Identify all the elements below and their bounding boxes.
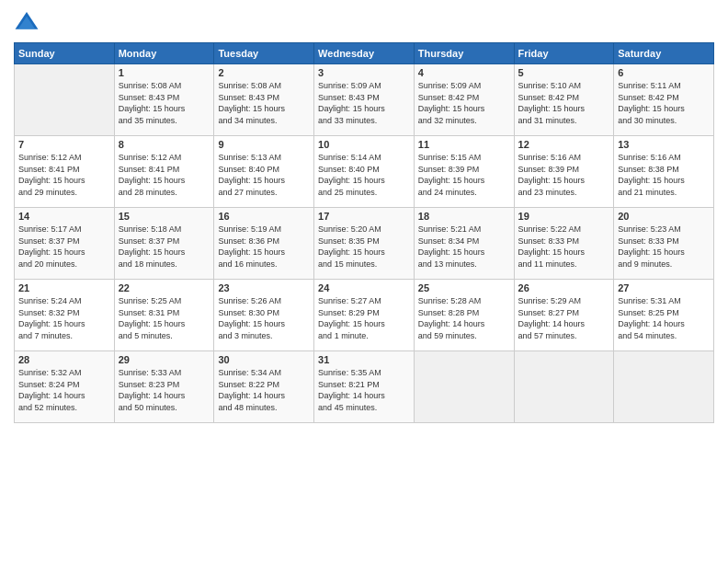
calendar-cell xyxy=(514,351,614,423)
calendar-cell: 2Sunrise: 5:08 AM Sunset: 8:43 PM Daylig… xyxy=(214,64,314,136)
calendar-cell: 1Sunrise: 5:08 AM Sunset: 8:43 PM Daylig… xyxy=(114,64,214,136)
day-info: Sunrise: 5:08 AM Sunset: 8:43 PM Dayligh… xyxy=(119,80,210,126)
day-number: 2 xyxy=(218,67,310,78)
calendar-cell: 12Sunrise: 5:16 AM Sunset: 8:39 PM Dayli… xyxy=(514,136,614,208)
day-header-sunday: Sunday xyxy=(15,43,115,64)
day-info: Sunrise: 5:24 AM Sunset: 8:32 PM Dayligh… xyxy=(18,295,110,341)
calendar-cell: 22Sunrise: 5:25 AM Sunset: 8:31 PM Dayli… xyxy=(114,280,214,351)
day-info: Sunrise: 5:16 AM Sunset: 8:39 PM Dayligh… xyxy=(518,152,610,198)
day-number: 29 xyxy=(119,354,210,365)
day-info: Sunrise: 5:09 AM Sunset: 8:43 PM Dayligh… xyxy=(318,80,410,126)
calendar-cell xyxy=(414,351,514,423)
week-row-5: 28Sunrise: 5:32 AM Sunset: 8:24 PM Dayli… xyxy=(15,351,714,423)
day-number: 27 xyxy=(618,282,710,293)
calendar-cell: 30Sunrise: 5:34 AM Sunset: 8:22 PM Dayli… xyxy=(214,351,314,423)
calendar-cell xyxy=(614,351,714,423)
calendar-cell: 17Sunrise: 5:20 AM Sunset: 8:35 PM Dayli… xyxy=(314,208,415,280)
calendar-cell: 8Sunrise: 5:12 AM Sunset: 8:41 PM Daylig… xyxy=(114,136,214,208)
calendar-cell: 25Sunrise: 5:28 AM Sunset: 8:28 PM Dayli… xyxy=(414,280,514,351)
day-info: Sunrise: 5:12 AM Sunset: 8:41 PM Dayligh… xyxy=(18,152,110,198)
day-info: Sunrise: 5:32 AM Sunset: 8:24 PM Dayligh… xyxy=(18,367,110,413)
day-number: 11 xyxy=(418,139,510,150)
calendar-cell: 11Sunrise: 5:15 AM Sunset: 8:39 PM Dayli… xyxy=(414,136,514,208)
day-header-wednesday: Wednesday xyxy=(314,43,415,64)
day-info: Sunrise: 5:35 AM Sunset: 8:21 PM Dayligh… xyxy=(318,367,410,413)
calendar-cell: 26Sunrise: 5:29 AM Sunset: 8:27 PM Dayli… xyxy=(514,280,614,351)
day-info: Sunrise: 5:09 AM Sunset: 8:42 PM Dayligh… xyxy=(418,80,510,126)
logo xyxy=(14,9,43,35)
week-row-3: 14Sunrise: 5:17 AM Sunset: 8:37 PM Dayli… xyxy=(15,208,714,280)
calendar-cell: 7Sunrise: 5:12 AM Sunset: 8:41 PM Daylig… xyxy=(15,136,115,208)
calendar-cell: 13Sunrise: 5:16 AM Sunset: 8:38 PM Dayli… xyxy=(614,136,714,208)
calendar-cell: 31Sunrise: 5:35 AM Sunset: 8:21 PM Dayli… xyxy=(314,351,415,423)
day-info: Sunrise: 5:18 AM Sunset: 8:37 PM Dayligh… xyxy=(119,224,210,270)
day-info: Sunrise: 5:08 AM Sunset: 8:43 PM Dayligh… xyxy=(218,80,310,126)
calendar-cell: 6Sunrise: 5:11 AM Sunset: 8:42 PM Daylig… xyxy=(614,64,714,136)
day-info: Sunrise: 5:12 AM Sunset: 8:41 PM Dayligh… xyxy=(119,152,210,198)
day-info: Sunrise: 5:10 AM Sunset: 8:42 PM Dayligh… xyxy=(518,80,610,126)
calendar-cell: 23Sunrise: 5:26 AM Sunset: 8:30 PM Dayli… xyxy=(214,280,314,351)
day-number: 22 xyxy=(119,282,210,293)
day-info: Sunrise: 5:21 AM Sunset: 8:34 PM Dayligh… xyxy=(418,224,510,270)
day-number: 12 xyxy=(518,139,610,150)
day-number: 26 xyxy=(518,282,610,293)
day-number: 7 xyxy=(18,139,110,150)
day-header-thursday: Thursday xyxy=(414,43,514,64)
day-info: Sunrise: 5:31 AM Sunset: 8:25 PM Dayligh… xyxy=(618,295,710,341)
calendar-cell: 18Sunrise: 5:21 AM Sunset: 8:34 PM Dayli… xyxy=(414,208,514,280)
day-number: 23 xyxy=(218,282,310,293)
calendar-cell: 15Sunrise: 5:18 AM Sunset: 8:37 PM Dayli… xyxy=(114,208,214,280)
calendar-cell: 19Sunrise: 5:22 AM Sunset: 8:33 PM Dayli… xyxy=(514,208,614,280)
day-info: Sunrise: 5:28 AM Sunset: 8:28 PM Dayligh… xyxy=(418,295,510,341)
week-row-2: 7Sunrise: 5:12 AM Sunset: 8:41 PM Daylig… xyxy=(15,136,714,208)
day-number: 18 xyxy=(418,211,510,222)
calendar-cell: 28Sunrise: 5:32 AM Sunset: 8:24 PM Dayli… xyxy=(15,351,115,423)
day-info: Sunrise: 5:17 AM Sunset: 8:37 PM Dayligh… xyxy=(18,224,110,270)
day-number: 6 xyxy=(618,67,710,78)
day-number: 14 xyxy=(18,211,110,222)
day-number: 30 xyxy=(218,354,310,365)
day-info: Sunrise: 5:16 AM Sunset: 8:38 PM Dayligh… xyxy=(618,152,710,198)
day-number: 5 xyxy=(518,67,610,78)
calendar-cell: 16Sunrise: 5:19 AM Sunset: 8:36 PM Dayli… xyxy=(214,208,314,280)
day-info: Sunrise: 5:23 AM Sunset: 8:33 PM Dayligh… xyxy=(618,224,710,270)
day-number: 13 xyxy=(618,139,710,150)
calendar-cell: 10Sunrise: 5:14 AM Sunset: 8:40 PM Dayli… xyxy=(314,136,415,208)
page: SundayMondayTuesdayWednesdayThursdayFrid… xyxy=(0,0,728,563)
day-number: 19 xyxy=(518,211,610,222)
day-info: Sunrise: 5:22 AM Sunset: 8:33 PM Dayligh… xyxy=(518,224,610,270)
day-info: Sunrise: 5:27 AM Sunset: 8:29 PM Dayligh… xyxy=(318,295,410,341)
day-info: Sunrise: 5:14 AM Sunset: 8:40 PM Dayligh… xyxy=(318,152,410,198)
day-info: Sunrise: 5:29 AM Sunset: 8:27 PM Dayligh… xyxy=(518,295,610,341)
day-number: 28 xyxy=(18,354,110,365)
day-number: 8 xyxy=(119,139,210,150)
day-header-friday: Friday xyxy=(514,43,614,64)
day-info: Sunrise: 5:25 AM Sunset: 8:31 PM Dayligh… xyxy=(119,295,210,341)
calendar-cell: 29Sunrise: 5:33 AM Sunset: 8:23 PM Dayli… xyxy=(114,351,214,423)
logo-icon xyxy=(14,9,40,35)
day-number: 25 xyxy=(418,282,510,293)
calendar-table: SundayMondayTuesdayWednesdayThursdayFrid… xyxy=(14,42,714,423)
day-header-tuesday: Tuesday xyxy=(214,43,314,64)
day-number: 1 xyxy=(119,67,210,78)
day-number: 16 xyxy=(218,211,310,222)
week-row-4: 21Sunrise: 5:24 AM Sunset: 8:32 PM Dayli… xyxy=(15,280,714,351)
calendar-cell: 5Sunrise: 5:10 AM Sunset: 8:42 PM Daylig… xyxy=(514,64,614,136)
calendar-cell: 3Sunrise: 5:09 AM Sunset: 8:43 PM Daylig… xyxy=(314,64,415,136)
day-info: Sunrise: 5:20 AM Sunset: 8:35 PM Dayligh… xyxy=(318,224,410,270)
day-info: Sunrise: 5:13 AM Sunset: 8:40 PM Dayligh… xyxy=(218,152,310,198)
day-number: 17 xyxy=(318,211,410,222)
day-info: Sunrise: 5:11 AM Sunset: 8:42 PM Dayligh… xyxy=(618,80,710,126)
calendar-cell xyxy=(15,64,115,136)
day-header-monday: Monday xyxy=(114,43,214,64)
calendar-cell: 24Sunrise: 5:27 AM Sunset: 8:29 PM Dayli… xyxy=(314,280,415,351)
header xyxy=(14,9,714,35)
header-row: SundayMondayTuesdayWednesdayThursdayFrid… xyxy=(15,43,714,64)
day-number: 31 xyxy=(318,354,410,365)
day-info: Sunrise: 5:26 AM Sunset: 8:30 PM Dayligh… xyxy=(218,295,310,341)
day-number: 20 xyxy=(618,211,710,222)
day-number: 3 xyxy=(318,67,410,78)
day-header-saturday: Saturday xyxy=(614,43,714,64)
day-number: 24 xyxy=(318,282,410,293)
day-number: 15 xyxy=(119,211,210,222)
